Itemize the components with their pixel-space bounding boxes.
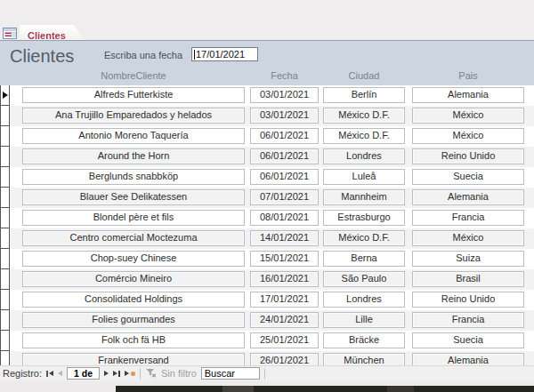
- cell-pais[interactable]: Reino Unido: [412, 148, 524, 164]
- cell-nombrecliente[interactable]: Blondel père et fils: [22, 210, 245, 226]
- cell-nombrecliente[interactable]: Ana Trujillo Emparedados y helados: [22, 108, 245, 124]
- cell-pais[interactable]: Reino Unido: [412, 292, 524, 308]
- table-row[interactable]: Comércio Mineiro 16/01/2021 São Paulo Br…: [0, 269, 534, 290]
- cell-fecha[interactable]: 17/01/2021: [250, 292, 319, 308]
- cell-ciudad[interactable]: São Paulo: [323, 271, 405, 287]
- tab-clientes[interactable]: Clientes: [20, 25, 85, 40]
- cell-ciudad[interactable]: Londres: [323, 292, 405, 308]
- table-row[interactable]: Frankenversand 26/01/2021 München Aleman…: [0, 351, 534, 365]
- record-selector[interactable]: [0, 228, 10, 249]
- cell-pais[interactable]: Francia: [412, 312, 524, 328]
- record-selector[interactable]: [0, 85, 10, 106]
- cell-ciudad[interactable]: México D.F.: [323, 108, 405, 124]
- cell-nombrecliente[interactable]: Berglunds snabbköp: [22, 169, 245, 185]
- table-row[interactable]: Alfreds Futterkiste 03/01/2021 Berlín Al…: [0, 85, 534, 106]
- date-prompt-label: Escriba una fecha: [104, 50, 182, 60]
- search-input[interactable]: Buscar: [201, 367, 260, 380]
- table-row[interactable]: Blauer See Delikatessen 07/01/2021 Mannh…: [0, 188, 534, 208]
- cell-ciudad[interactable]: Luleå: [323, 169, 405, 185]
- filter-status-label[interactable]: Sin filtro: [161, 368, 197, 379]
- cell-pais[interactable]: Francia: [412, 210, 524, 226]
- record-selector[interactable]: [0, 187, 10, 208]
- record-selector[interactable]: [0, 146, 10, 167]
- last-record-button[interactable]: [113, 371, 120, 377]
- table-row[interactable]: Chop-suey Chinese 15/01/2021 Berna Suiza: [0, 249, 534, 269]
- cell-nombrecliente[interactable]: Comércio Mineiro: [22, 271, 245, 287]
- cell-fecha[interactable]: 15/01/2021: [250, 251, 319, 267]
- cell-fecha[interactable]: 06/01/2021: [250, 148, 319, 164]
- first-record-button[interactable]: [46, 371, 53, 377]
- column-header-nombrecliente: NombreCliente: [22, 70, 245, 81]
- cell-pais[interactable]: Brasil: [412, 271, 524, 287]
- cell-ciudad[interactable]: México D.F.: [323, 128, 405, 144]
- cell-pais[interactable]: Alemania: [412, 353, 524, 365]
- cell-ciudad[interactable]: Londres: [323, 148, 405, 164]
- cell-ciudad[interactable]: Berlín: [323, 87, 405, 103]
- cell-fecha[interactable]: 07/01/2021: [250, 189, 319, 205]
- record-selector[interactable]: [0, 309, 10, 331]
- cell-pais[interactable]: México: [412, 108, 524, 124]
- window-bottom-margin: [0, 380, 534, 392]
- cell-ciudad[interactable]: Estrasburgo: [323, 210, 405, 226]
- table-row[interactable]: Folies gourmandes 24/01/2021 Lille Franc…: [0, 310, 534, 331]
- record-selector[interactable]: [0, 207, 10, 228]
- cell-pais[interactable]: Suecia: [412, 169, 524, 185]
- cell-fecha[interactable]: 25/01/2021: [250, 332, 319, 348]
- cell-nombrecliente[interactable]: Blauer See Delikatessen: [22, 189, 245, 205]
- cell-fecha[interactable]: 03/01/2021: [250, 108, 319, 124]
- record-selector[interactable]: [0, 248, 10, 269]
- cell-nombrecliente[interactable]: Chop-suey Chinese: [22, 251, 245, 267]
- record-selector[interactable]: [0, 166, 10, 188]
- cell-nombrecliente[interactable]: Frankenversand: [22, 353, 245, 365]
- next-record-button[interactable]: [104, 371, 109, 376]
- cell-nombrecliente[interactable]: Folk och fä HB: [22, 332, 245, 348]
- cell-pais[interactable]: México: [412, 230, 524, 246]
- record-selector[interactable]: [0, 350, 10, 365]
- table-row[interactable]: Consolidated Holdings 17/01/2021 Londres…: [0, 290, 534, 310]
- cell-fecha[interactable]: 26/01/2021: [250, 353, 319, 365]
- cell-fecha[interactable]: 03/01/2021: [250, 87, 319, 103]
- cell-ciudad[interactable]: Berna: [323, 251, 405, 267]
- cell-nombrecliente[interactable]: Antonio Moreno Taquería: [22, 128, 245, 144]
- cell-ciudad[interactable]: Bräcke: [323, 332, 405, 348]
- table-row[interactable]: Around the Horn 06/01/2021 Londres Reino…: [0, 147, 534, 167]
- cell-pais[interactable]: Suiza: [412, 251, 524, 267]
- cell-nombrecliente[interactable]: Consolidated Holdings: [22, 292, 245, 308]
- date-input[interactable]: 17/01/2021: [191, 47, 258, 61]
- record-selector[interactable]: [0, 289, 10, 310]
- record-selector[interactable]: [0, 268, 10, 290]
- cell-ciudad[interactable]: México D.F.: [323, 230, 405, 246]
- record-selector[interactable]: [0, 125, 10, 147]
- cell-pais[interactable]: Suecia: [412, 332, 524, 348]
- cell-nombrecliente[interactable]: Centro comercial Moctezuma: [22, 230, 245, 246]
- previous-record-button[interactable]: [58, 371, 62, 376]
- cell-nombrecliente[interactable]: Alfreds Futterkiste: [22, 87, 245, 103]
- table-row[interactable]: Antonio Moreno Taquería 06/01/2021 Méxic…: [0, 126, 534, 147]
- table-row[interactable]: Folk och fä HB 25/01/2021 Bräcke Suecia: [0, 331, 534, 351]
- cell-nombrecliente[interactable]: Around the Horn: [22, 148, 245, 164]
- table-row[interactable]: Blondel père et fils 08/01/2021 Estrasbu…: [0, 208, 534, 228]
- filter-icon[interactable]: [145, 368, 157, 380]
- cell-fecha[interactable]: 16/01/2021: [250, 271, 319, 287]
- cell-pais[interactable]: México: [412, 128, 524, 144]
- table-row[interactable]: Berglunds snabbköp 06/01/2021 Luleå Suec…: [0, 167, 534, 188]
- record-position-box[interactable]: 1 de 81: [67, 367, 100, 380]
- last-record-icon: [118, 371, 120, 377]
- cell-fecha[interactable]: 06/01/2021: [250, 128, 319, 144]
- cell-fecha[interactable]: 08/01/2021: [250, 210, 319, 226]
- cell-fecha[interactable]: 24/01/2021: [250, 312, 319, 328]
- nav-end-separator: [264, 368, 265, 380]
- table-row[interactable]: Centro comercial Moctezuma 14/01/2021 Mé…: [0, 228, 534, 249]
- cell-ciudad[interactable]: Mannheim: [323, 189, 405, 205]
- table-row[interactable]: Ana Trujillo Emparedados y helados 03/01…: [0, 106, 534, 126]
- cell-ciudad[interactable]: München: [323, 353, 405, 365]
- cell-pais[interactable]: Alemania: [412, 189, 524, 205]
- cell-fecha[interactable]: 14/01/2021: [250, 230, 319, 246]
- cell-ciudad[interactable]: Lille: [323, 312, 405, 328]
- record-selector[interactable]: [0, 105, 10, 126]
- new-record-button[interactable]: [125, 371, 135, 376]
- record-selector[interactable]: [0, 330, 10, 351]
- cell-pais[interactable]: Alemania: [412, 87, 524, 103]
- cell-fecha[interactable]: 06/01/2021: [250, 169, 319, 185]
- cell-nombrecliente[interactable]: Folies gourmandes: [22, 312, 245, 328]
